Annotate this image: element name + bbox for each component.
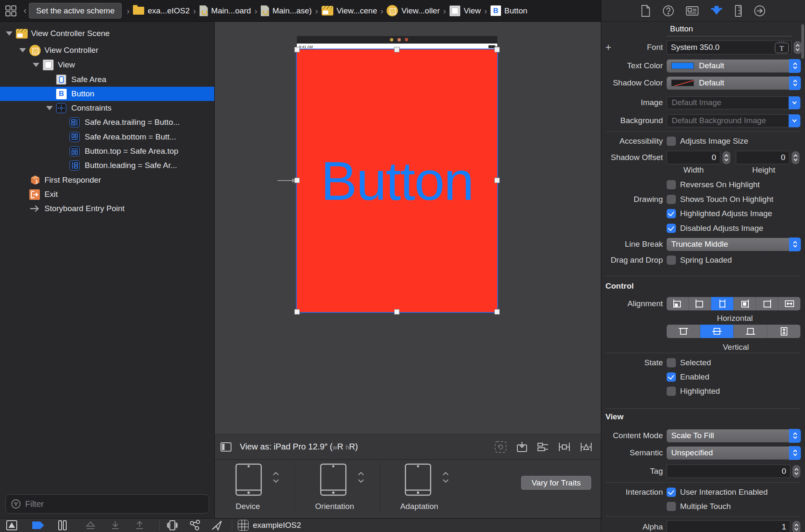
resize-handle-middle-left[interactable] xyxy=(294,178,300,183)
attributes-inspector-icon[interactable] xyxy=(710,5,723,17)
resize-handle-top-left[interactable] xyxy=(294,47,300,52)
push-up-icon[interactable] xyxy=(134,520,145,530)
align-left-segment[interactable] xyxy=(689,297,711,310)
resolve-autolayout-icon[interactable] xyxy=(580,442,592,452)
adjusts-image-size-checkbox[interactable] xyxy=(667,137,676,146)
state-highlighted-checkbox[interactable] xyxy=(667,387,676,396)
outline-row-button-selected[interactable]: B Button xyxy=(0,87,214,101)
resize-handle-bottom-left[interactable] xyxy=(294,309,300,315)
outline-row-constraint-leading[interactable]: Button.leading = Safe Ar... xyxy=(0,158,214,173)
shadow-offset-height-stepper[interactable] xyxy=(792,151,800,164)
shows-touch-checkbox[interactable] xyxy=(667,195,676,204)
multiple-touch-checkbox[interactable] xyxy=(667,502,676,511)
alpha-field[interactable]: 1 xyxy=(667,520,790,532)
standard-editor-icon[interactable] xyxy=(6,520,18,531)
assistant-columns-icon[interactable] xyxy=(57,520,68,531)
tag-flag-icon[interactable] xyxy=(32,521,44,529)
shadow-offset-width-stepper[interactable] xyxy=(722,151,730,164)
spring-loaded-checkbox[interactable] xyxy=(667,256,676,265)
button-title-field[interactable]: Button xyxy=(667,23,792,36)
breadcrumb-storyboard[interactable]: Main...oard xyxy=(200,5,251,16)
outline-row-constraint-top[interactable]: Button.top = Safe Area.top xyxy=(0,144,214,158)
interface-builder-canvas[interactable]: 9:41 AM Button xyxy=(215,22,601,434)
state-selected-checkbox[interactable] xyxy=(667,358,676,367)
align-right-segment[interactable] xyxy=(756,297,778,310)
outline-row-entry-point[interactable]: Storyboard Entry Point xyxy=(0,201,214,216)
breadcrumb-project[interactable]: exa...eIOS2 xyxy=(133,6,190,15)
content-mode-popup[interactable]: Scale To Fill xyxy=(667,429,800,442)
filter-input[interactable]: Filter xyxy=(5,494,209,514)
breadcrumb-view[interactable]: View xyxy=(449,5,481,16)
outline-row-constraint-bottom[interactable]: Safe Area.bottom = Butt... xyxy=(0,130,214,144)
align-text-segment[interactable]: T xyxy=(734,297,756,310)
resize-handle-middle-right[interactable] xyxy=(494,178,500,183)
identity-inspector-icon[interactable] xyxy=(686,6,699,16)
size-inspector-icon[interactable] xyxy=(735,5,742,17)
breadcrumb-scene[interactable]: View...cene xyxy=(322,6,377,15)
disabled-adjusts-checkbox[interactable] xyxy=(667,224,676,233)
outline-row-constraint-trailing[interactable]: Safe Area.trailing = Butto... xyxy=(0,115,214,129)
align-icon[interactable] xyxy=(537,442,549,452)
user-interaction-checkbox[interactable] xyxy=(667,488,676,497)
file-inspector-icon[interactable] xyxy=(641,5,651,17)
semantic-popup[interactable]: Unspecified xyxy=(667,447,800,460)
horizontal-alignment-segmented[interactable]: L T xyxy=(667,297,800,310)
pull-down-icon[interactable] xyxy=(110,520,121,530)
related-items-icon[interactable] xyxy=(5,5,17,17)
alpha-stepper[interactable] xyxy=(792,521,800,532)
outline-toggle-icon[interactable] xyxy=(221,442,231,452)
shadow-offset-width-field[interactable]: 0 xyxy=(667,151,720,164)
orientation-stepper[interactable] xyxy=(358,472,364,483)
eject-icon[interactable] xyxy=(85,520,96,530)
text-color-popup[interactable]: Default xyxy=(667,59,800,72)
back-chevron-icon[interactable]: ‹ xyxy=(23,5,26,16)
line-break-popup[interactable]: Truncate Middle xyxy=(667,238,800,251)
resize-handle-top-center[interactable] xyxy=(394,47,400,52)
shadow-color-popup[interactable]: Default xyxy=(667,77,800,90)
reverses-on-highlight-checkbox[interactable] xyxy=(667,180,676,189)
disclosure-triangle-icon[interactable] xyxy=(6,31,13,36)
resize-handle-bottom-right[interactable] xyxy=(494,309,500,315)
selected-button-view[interactable]: Button xyxy=(297,49,497,312)
shadow-offset-height-field[interactable]: 0 xyxy=(736,151,789,164)
highlighted-adjusts-checkbox[interactable] xyxy=(667,209,676,218)
image-combo[interactable]: Default Image xyxy=(667,96,800,109)
device-bezels-icon[interactable] xyxy=(166,520,178,531)
background-combo[interactable]: Default Background Image xyxy=(667,114,800,127)
outline-row-view[interactable]: View xyxy=(0,58,214,72)
valign-center-segment-selected[interactable] xyxy=(700,325,734,338)
tag-field[interactable]: 0 xyxy=(667,465,790,478)
vary-for-traits-button[interactable]: Vary for Traits xyxy=(521,476,591,490)
valign-fill-segment[interactable] xyxy=(767,325,800,338)
font-stepper[interactable] xyxy=(794,41,802,54)
outline-row-constraints[interactable]: Constraints xyxy=(0,101,214,115)
align-leading-segment[interactable]: L xyxy=(667,297,689,310)
outline-row-scene[interactable]: View Controller Scene xyxy=(0,26,214,41)
orientation-tablet-icon[interactable] xyxy=(320,463,347,496)
disclosure-triangle-icon[interactable] xyxy=(46,106,53,110)
tag-stepper[interactable] xyxy=(792,465,800,478)
device-stepper[interactable] xyxy=(273,472,279,483)
update-frames-icon[interactable] xyxy=(494,441,507,453)
pointer-plane-icon[interactable] xyxy=(211,520,223,531)
state-enabled-checkbox[interactable] xyxy=(667,372,676,382)
outline-row-first-responder[interactable]: 1 First Responder xyxy=(0,173,214,187)
disclosure-triangle-icon[interactable] xyxy=(19,48,26,52)
outline-row-safe-area[interactable]: Safe Area xyxy=(0,72,214,87)
align-center-segment-selected[interactable] xyxy=(711,297,734,310)
embed-icon[interactable] xyxy=(516,441,528,453)
font-panel-icon[interactable]: T xyxy=(775,43,789,53)
outline-row-exit[interactable]: Exit xyxy=(0,187,214,201)
scene-graph-icon[interactable] xyxy=(189,519,201,531)
breadcrumb-button[interactable]: B Button xyxy=(491,5,527,16)
device-tablet-icon[interactable] xyxy=(235,463,262,496)
scheme-button[interactable]: Set the active scheme xyxy=(29,3,122,18)
connections-inspector-icon[interactable] xyxy=(754,5,766,17)
add-font-variation-icon[interactable]: + xyxy=(605,41,611,53)
resize-handle-bottom-center[interactable] xyxy=(394,309,400,315)
vertical-alignment-segmented[interactable] xyxy=(667,325,800,338)
adaptation-stepper[interactable] xyxy=(442,472,449,483)
align-fill-segment[interactable] xyxy=(778,297,800,310)
breadcrumb-storyboard-base[interactable]: Main...ase) xyxy=(261,5,312,16)
font-field[interactable]: System 350.0 T xyxy=(667,41,792,54)
